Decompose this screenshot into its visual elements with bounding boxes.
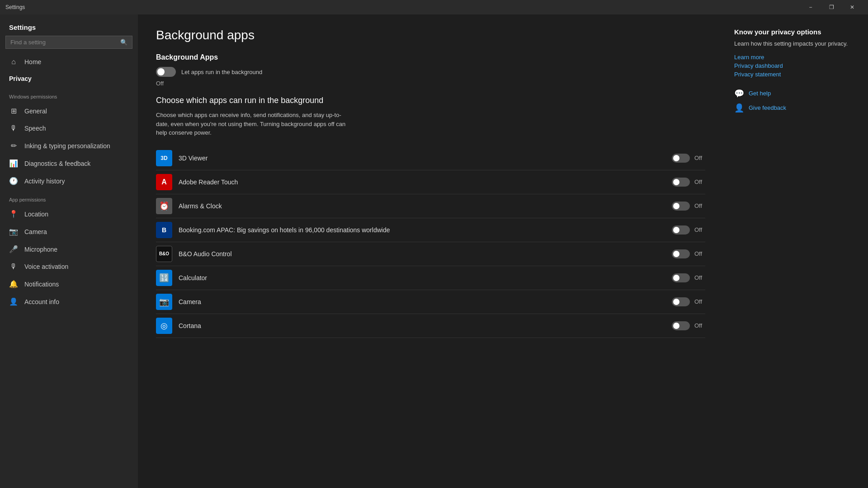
- get-help-item[interactable]: 💬 Get help: [734, 89, 857, 99]
- app-toggle-camera[interactable]: [672, 297, 690, 306]
- search-icon: 🔍: [120, 39, 127, 46]
- speech-icon: 🎙: [9, 124, 18, 132]
- app-toggle-area-alarms: Off: [672, 202, 705, 211]
- app-toggle-label-3dviewer: Off: [694, 155, 705, 161]
- location-icon: 📍: [9, 210, 18, 218]
- diagnostics-icon: 📊: [9, 159, 18, 168]
- sidebar-app-title: Settings: [0, 14, 138, 36]
- give-feedback-icon: 👤: [734, 103, 744, 113]
- camera-nav-icon: 📷: [9, 227, 18, 236]
- app-name-booking: Booking.com APAC: Big savings on hotels …: [179, 226, 665, 234]
- get-help-icon: 💬: [734, 89, 744, 99]
- app-name-camera: Camera: [179, 298, 665, 305]
- search-box[interactable]: 🔍: [5, 36, 132, 49]
- sidebar: Settings 🔍 ⌂ Home Privacy Windows permis…: [0, 14, 138, 488]
- sidebar-item-camera-label: Camera: [24, 228, 47, 235]
- app-name-3dviewer: 3D Viewer: [179, 155, 665, 162]
- app-list: 3D 3D Viewer Off A Adobe Reader Touch Of…: [156, 146, 705, 338]
- notifications-icon: 🔔: [9, 280, 18, 288]
- apps-section-title: Choose which apps can run in the backgro…: [156, 96, 705, 105]
- right-panel: Know your privacy options Learn how this…: [723, 14, 868, 488]
- app-icon-alarms: ⏰: [156, 198, 172, 214]
- page-title: Background apps: [156, 28, 705, 42]
- title-bar-left: Settings: [5, 4, 25, 10]
- privacy-label: Privacy: [9, 75, 32, 82]
- home-icon: ⌂: [9, 58, 18, 66]
- sidebar-item-general[interactable]: ⊞ General: [0, 102, 138, 120]
- inking-icon: ✏: [9, 141, 18, 150]
- app-toggle-alarms[interactable]: [672, 202, 690, 211]
- sidebar-item-microphone[interactable]: 🎤 Microphone: [0, 240, 138, 258]
- sidebar-item-speech[interactable]: 🎙 Speech: [0, 120, 138, 137]
- app-toggle-cortana[interactable]: [672, 321, 690, 330]
- sidebar-item-home[interactable]: ⌂ Home: [0, 53, 138, 70]
- get-help-label[interactable]: Get help: [749, 90, 771, 97]
- sidebar-item-notifications[interactable]: 🔔 Notifications: [0, 275, 138, 293]
- sidebar-item-location[interactable]: 📍 Location: [0, 205, 138, 223]
- sidebar-item-activity[interactable]: 🕐 Activity history: [0, 172, 138, 190]
- link-privacy-dashboard[interactable]: Privacy dashboard: [734, 62, 857, 69]
- section-app-permissions: App permissions: [0, 190, 138, 205]
- app-toggle-label-bao: Off: [694, 250, 705, 257]
- app-item-3dviewer: 3D 3D Viewer Off: [156, 146, 705, 170]
- sidebar-item-voice-label: Voice activation: [24, 263, 68, 270]
- app-toggle-area-camera: Off: [672, 297, 705, 306]
- app-toggle-area-calculator: Off: [672, 273, 705, 282]
- app-toggle-area-adobe: Off: [672, 178, 705, 187]
- sidebar-item-voice[interactable]: 🎙 Voice activation: [0, 258, 138, 275]
- voice-icon: 🎙: [9, 263, 18, 271]
- sidebar-item-inking[interactable]: ✏ Inking & typing personalization: [0, 137, 138, 155]
- app-body: Settings 🔍 ⌂ Home Privacy Windows permis…: [0, 14, 868, 488]
- app-toggle-bao[interactable]: [672, 249, 690, 258]
- give-feedback-label[interactable]: Give feedback: [749, 104, 786, 111]
- sidebar-item-location-label: Location: [24, 211, 48, 218]
- sidebar-item-diagnostics[interactable]: 📊 Diagnostics & feedback: [0, 155, 138, 172]
- app-toggle-area-booking: Off: [672, 225, 705, 235]
- sidebar-item-camera[interactable]: 📷 Camera: [0, 223, 138, 240]
- right-panel-description: Learn how this setting impacts your priv…: [734, 39, 857, 48]
- app-icon-3dviewer: 3D: [156, 150, 172, 166]
- app-toggle-label-camera: Off: [694, 298, 705, 305]
- app-toggle-adobe[interactable]: [672, 178, 690, 187]
- app-name-cortana: Cortana: [179, 322, 665, 329]
- app-icon-booking: B: [156, 222, 172, 238]
- app-icon-bao: B&O: [156, 246, 172, 262]
- app-toggle-area-cortana: Off: [672, 321, 705, 330]
- app-toggle-label-calculator: Off: [694, 274, 705, 281]
- sidebar-item-notifications-label: Notifications: [24, 281, 59, 288]
- app-item-calculator: 🔢 Calculator Off: [156, 266, 705, 290]
- app-item-alarms: ⏰ Alarms & Clock Off: [156, 194, 705, 218]
- background-toggle-row: Let apps run in the background: [156, 67, 705, 77]
- search-input[interactable]: [10, 39, 120, 46]
- app-toggle-area-3dviewer: Off: [672, 154, 705, 163]
- maximize-button[interactable]: ❐: [821, 0, 842, 14]
- app-icon-calculator: 🔢: [156, 270, 172, 286]
- app-item-bao: B&O B&O Audio Control Off: [156, 242, 705, 266]
- close-button[interactable]: ✕: [842, 0, 863, 14]
- minimize-button[interactable]: −: [800, 0, 821, 14]
- app-toggle-label-cortana: Off: [694, 322, 705, 329]
- app-toggle-3dviewer[interactable]: [672, 154, 690, 163]
- app-toggle-booking[interactable]: [672, 225, 690, 235]
- sidebar-item-accountinfo[interactable]: 👤 Account info: [0, 293, 138, 310]
- background-toggle[interactable]: [156, 67, 176, 77]
- app-item-booking: B Booking.com APAC: Big savings on hotel…: [156, 218, 705, 242]
- sidebar-item-general-label: General: [24, 108, 47, 115]
- toggle-description: Let apps run in the background: [181, 69, 262, 75]
- microphone-icon: 🎤: [9, 245, 18, 253]
- title-bar-controls: − ❐ ✕: [800, 0, 863, 14]
- sidebar-item-home-label: Home: [24, 58, 41, 66]
- general-icon: ⊞: [9, 107, 18, 115]
- app-name-bao: B&O Audio Control: [179, 250, 665, 258]
- app-icon-camera: 📷: [156, 294, 172, 310]
- sidebar-privacy-label: Privacy: [0, 70, 138, 87]
- link-learn-more[interactable]: Learn more: [734, 54, 857, 61]
- app-toggle-calculator[interactable]: [672, 273, 690, 282]
- right-panel-title: Know your privacy options: [734, 28, 857, 36]
- give-feedback-item[interactable]: 👤 Give feedback: [734, 103, 857, 113]
- accountinfo-icon: 👤: [9, 297, 18, 306]
- link-privacy-statement[interactable]: Privacy statement: [734, 71, 857, 78]
- app-title: Settings: [5, 4, 25, 10]
- toggle-state-label: Off: [156, 80, 164, 87]
- sidebar-item-activity-label: Activity history: [24, 178, 65, 185]
